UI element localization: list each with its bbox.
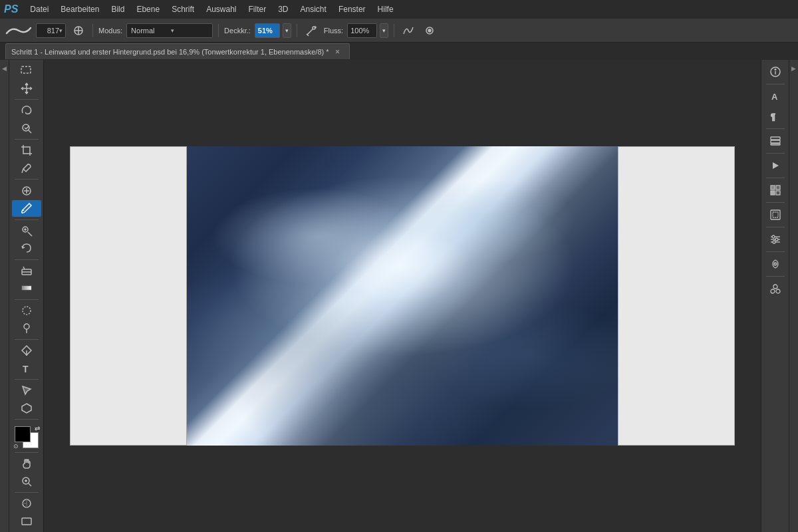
paragraph-panel-btn[interactable]: ¶ [764,107,787,126]
layers-panel-btn[interactable] [764,132,787,150]
brush-tool-btn[interactable] [12,200,41,217]
menu-fenster[interactable]: Fenster [333,2,371,17]
right-sep-8 [766,276,785,277]
opacity-input[interactable]: 51% [255,23,280,38]
swatches-panel-btn[interactable] [764,181,787,200]
svg-point-18 [23,307,31,315]
svg-marker-38 [773,162,779,169]
left-toolbar: T ⇄ ⊙ [9,60,44,532]
document-tab[interactable]: Schritt 1 - Leinwand und erster Hintergr… [5,43,350,59]
separator-1 [92,24,93,37]
svg-line-9 [29,130,31,133]
right-collapse-handle[interactable]: ▶ [789,60,798,532]
menu-ebene[interactable]: Ebene [131,2,165,17]
left-collapse-handle[interactable]: ◀ [0,60,9,532]
tab-close-btn[interactable]: × [333,47,342,57]
right-sep-7 [766,251,785,252]
flow-dropdown-btn[interactable]: ▾ [380,23,388,38]
toolbar-sep-2 [15,139,39,140]
svg-point-53 [771,289,775,293]
default-colors-icon[interactable]: ⊙ [13,443,19,450]
quick-select-btn[interactable] [12,120,41,137]
menu-schrift[interactable]: Schrift [166,2,200,17]
canvas-image [187,146,618,446]
blur-btn[interactable] [12,303,41,319]
menu-auswahl[interactable]: Auswahl [201,2,241,17]
svg-point-8 [23,124,29,131]
type-btn[interactable]: T [12,360,41,376]
screen-mode-btn[interactable] [12,513,41,529]
flow-group: 100% ▾ [347,23,388,38]
brush-size-field[interactable] [39,27,59,35]
toolbar-sep-9 [15,419,39,420]
info-panel-btn[interactable] [764,63,787,81]
flow-input[interactable]: 100% [347,23,377,38]
foreground-color-swatch[interactable] [15,426,31,442]
cloud-overlay [187,146,618,446]
switch-colors-icon[interactable]: ⇄ [35,425,40,432]
healing-brush-btn[interactable] [12,182,41,199]
custom-shape-btn[interactable] [12,400,41,416]
pen-btn[interactable] [12,342,41,359]
navigator-panel-btn[interactable] [764,205,787,224]
path-select-btn[interactable] [12,382,41,399]
gradient-btn[interactable] [12,280,41,297]
mode-dropdown-arrow: ▾ [171,27,208,34]
lasso-tool-btn[interactable] [12,102,41,119]
toolbar-sep-3 [15,179,39,180]
svg-point-3 [313,27,315,29]
adjustments-panel-btn[interactable] [764,230,787,249]
svg-point-51 [774,263,777,265]
svg-rect-36 [771,140,780,143]
svg-marker-23 [22,404,31,413]
right-sep-1 [766,84,785,84]
color-swatches[interactable]: ⇄ ⊙ [12,425,41,450]
menu-datei[interactable]: Datei [25,2,54,17]
pressure-btn[interactable] [421,22,438,39]
move-tool-btn[interactable] [12,80,41,97]
menu-bar: PS Datei Bearbeiten Bild Ebene Schrift A… [0,0,798,19]
zoom-btn[interactable] [12,473,41,489]
styles-panel-btn[interactable] [764,279,787,298]
main-layout: ◀ [0,60,798,532]
brush-size-input[interactable]: ▾ [36,23,66,38]
mode-dropdown[interactable]: Normal ▾ [126,23,213,38]
dodge-btn[interactable] [12,320,41,336]
svg-text:T: T [23,364,29,374]
svg-point-50 [773,241,775,243]
opacity-value: 51% [258,27,273,35]
menu-bild[interactable]: Bild [106,2,130,17]
hand-btn[interactable] [12,456,41,472]
opacity-dropdown-btn[interactable]: ▾ [283,23,291,38]
brush-settings-btn[interactable] [70,22,87,39]
app-logo: PS [4,3,18,15]
smoothing-btn[interactable] [400,22,417,39]
mode-label: Modus: [98,27,122,35]
brush-preview[interactable] [5,24,32,37]
toolbar-sep-5 [15,259,39,260]
history-brush-btn[interactable] [12,240,41,257]
mode-value: Normal [131,27,168,35]
puppet-warp-btn[interactable] [764,255,787,273]
character-panel-btn[interactable]: A [764,87,787,106]
svg-point-49 [775,238,778,241]
brush-size-arrow[interactable]: ▾ [59,27,63,34]
flow-label: Fluss: [324,27,343,35]
crop-tool-btn[interactable] [12,142,41,159]
menu-hilfe[interactable]: Hilfe [372,2,399,17]
play-btn[interactable] [764,156,787,175]
svg-rect-35 [771,137,780,140]
menu-ansicht[interactable]: Ansicht [295,2,332,17]
menu-bearbeiten[interactable]: Bearbeiten [55,2,104,17]
eraser-btn[interactable] [12,262,41,279]
marquee-tool-btn[interactable] [12,63,41,79]
eyedropper-tool-btn[interactable] [12,160,41,177]
menu-3d[interactable]: 3D [273,2,293,17]
separator-2 [218,24,219,37]
menu-filter[interactable]: Filter [243,2,272,17]
airbrush-btn[interactable] [303,22,320,39]
toolbar-sep-8 [15,379,39,380]
clone-stamp-btn[interactable] [12,222,41,239]
quick-mask-btn[interactable] [12,495,41,512]
right-sep-5 [766,202,785,203]
